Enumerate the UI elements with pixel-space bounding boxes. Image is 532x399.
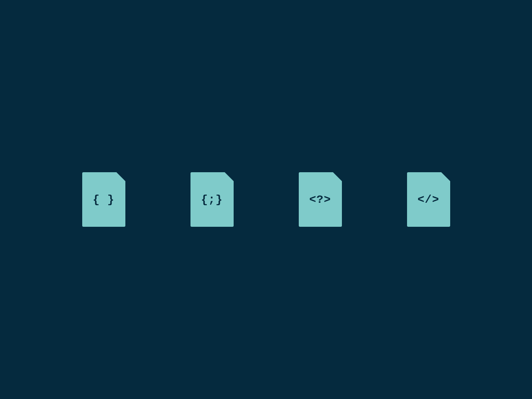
file-type-icon-row: { } {;} <?> </> [82, 172, 450, 227]
file-symbol: {;} [201, 193, 223, 206]
php-file-icon: <?> [299, 172, 342, 227]
file-symbol: <?> [309, 193, 331, 206]
file-symbol: { } [93, 193, 114, 206]
code-block-file-icon: {;} [190, 172, 234, 227]
file-symbol: </> [418, 193, 439, 206]
html-file-icon: </> [407, 172, 450, 227]
json-file-icon: { } [82, 172, 125, 227]
